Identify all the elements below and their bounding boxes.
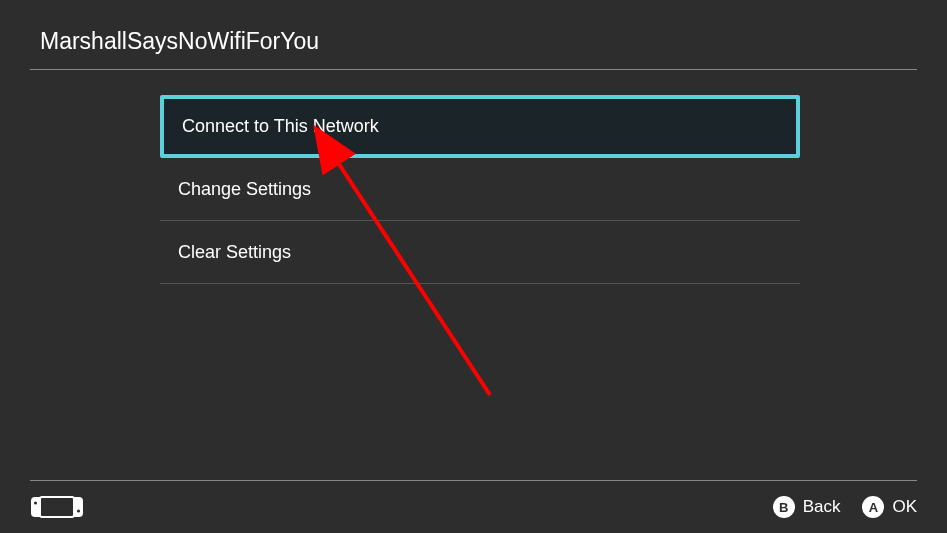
- page-title: MarshallSaysNoWifiForYou: [40, 28, 907, 55]
- b-button-icon: B: [773, 496, 795, 518]
- ok-action[interactable]: A OK: [862, 496, 917, 518]
- menu-item-label: Clear Settings: [178, 242, 291, 263]
- menu-item-label: Change Settings: [178, 179, 311, 200]
- ok-label: OK: [892, 497, 917, 517]
- footer: B Back A OK: [0, 481, 947, 533]
- menu-item-clear-settings[interactable]: Clear Settings: [160, 221, 800, 284]
- svg-point-1: [34, 501, 37, 504]
- footer-left: [30, 496, 84, 518]
- svg-rect-0: [40, 497, 74, 517]
- menu-item-change-settings[interactable]: Change Settings: [160, 158, 800, 221]
- back-action[interactable]: B Back: [773, 496, 841, 518]
- menu-item-connect[interactable]: Connect to This Network: [160, 95, 800, 158]
- controller-icon: [30, 496, 84, 518]
- menu-item-label: Connect to This Network: [182, 116, 379, 137]
- header: MarshallSaysNoWifiForYou: [0, 0, 947, 69]
- svg-point-2: [77, 509, 80, 512]
- a-button-icon: A: [862, 496, 884, 518]
- footer-right: B Back A OK: [773, 496, 917, 518]
- menu-content: Connect to This Network Change Settings …: [160, 70, 800, 284]
- back-label: Back: [803, 497, 841, 517]
